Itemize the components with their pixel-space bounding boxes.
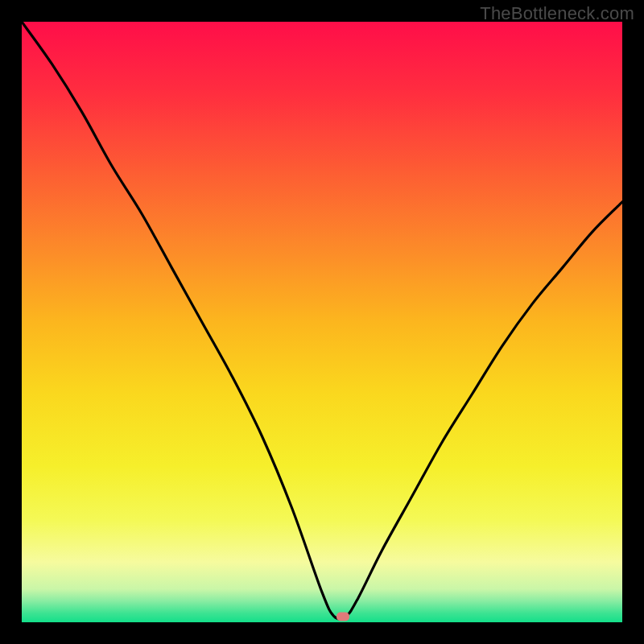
plot-area bbox=[22, 22, 622, 622]
selection-marker bbox=[336, 612, 349, 621]
bottleneck-curve bbox=[22, 22, 622, 622]
watermark-text: TheBottleneck.com bbox=[480, 3, 634, 24]
chart-frame: TheBottleneck.com bbox=[0, 0, 644, 644]
